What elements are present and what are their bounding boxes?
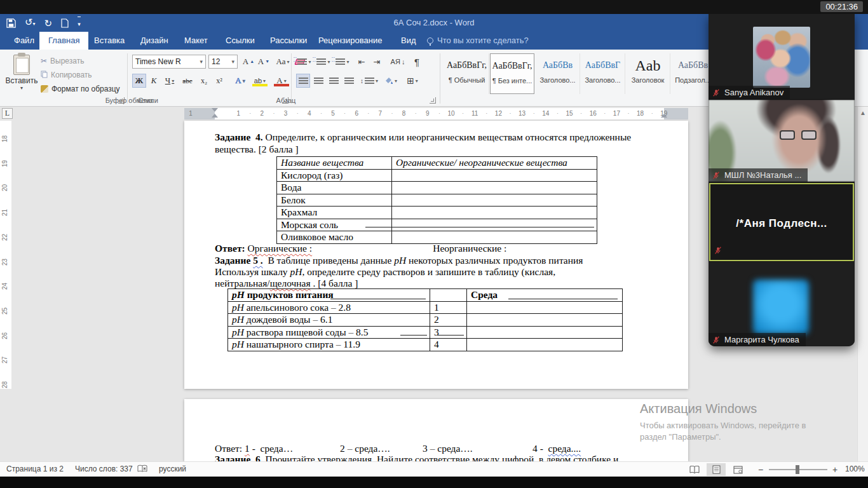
bullets-button[interactable]: ▾	[296, 55, 313, 69]
style-name: ¶ Без инте...	[491, 77, 534, 85]
participant-label: Маргарита Чулкова	[709, 333, 806, 346]
font-name-value: Times New R	[135, 57, 181, 66]
right-indent-marker[interactable]	[661, 114, 667, 118]
tab-references[interactable]: Ссылки	[217, 32, 264, 50]
table1-row: Вода	[277, 182, 391, 194]
word-count[interactable]: Число слов: 337	[75, 464, 133, 473]
numbering-button[interactable]: ▾	[315, 55, 332, 69]
muted-mic-icon	[714, 246, 722, 257]
grow-font-button[interactable]: А▲	[241, 55, 255, 69]
style-sample: Aab	[626, 58, 670, 72]
style-heading2[interactable]: АаБбВвГ Заголово...	[581, 53, 625, 94]
line-spacing-button[interactable]: ↕▾	[360, 74, 379, 88]
participant-tile-3[interactable]: /*Аня Подлесн...	[709, 182, 855, 262]
participant-tile-1[interactable]: Sanya Anikanov	[709, 14, 855, 100]
shrink-font-button[interactable]: А▼	[257, 55, 271, 69]
decrease-indent-button[interactable]: ⇤	[355, 55, 369, 69]
watermark-title: Активация Windows	[640, 402, 806, 416]
table1-row: Крахмал	[277, 207, 391, 219]
align-center-icon	[314, 78, 323, 85]
task4-text-line2: вещества. [2 балла ]	[215, 144, 299, 156]
participant-tile-2[interactable]: МШЛ №3Наталья ...	[709, 100, 855, 182]
underline-button[interactable]: Ч▾	[161, 74, 178, 88]
font-size-combobox[interactable]: 12▾	[208, 55, 238, 69]
tab-layout[interactable]: Макет	[175, 32, 217, 50]
muted-mic-icon	[712, 336, 721, 344]
proofing-icon[interactable]	[137, 464, 147, 475]
tab-home[interactable]: Главная	[39, 32, 88, 50]
print-layout-button[interactable]	[707, 463, 726, 476]
tab-mailings[interactable]: Рассылки	[261, 32, 316, 50]
borders-button[interactable]: ⊞▾	[403, 74, 422, 88]
subscript-button[interactable]: x₂	[197, 74, 211, 88]
web-layout-button[interactable]	[728, 463, 747, 476]
zoom-level[interactable]: 100%	[845, 464, 865, 473]
multilevel-list-icon	[336, 58, 345, 65]
tab-file[interactable]: Файл	[5, 32, 43, 50]
style-normal[interactable]: АаБбВвГг, ¶ Обычный	[445, 53, 489, 94]
zoom-in-button[interactable]: +	[832, 464, 837, 475]
sort-button[interactable]: АЯ↓	[389, 55, 407, 69]
paste-button[interactable]: Вставить ▾	[5, 53, 38, 100]
tell-me-box[interactable]: Что вы хотите сделать?	[427, 32, 529, 50]
cut-button[interactable]: ✂ Вырезать	[41, 55, 84, 67]
strikethrough-button[interactable]: abc	[179, 74, 196, 88]
style-title[interactable]: Aab Заголовок	[626, 53, 670, 94]
tab-selector[interactable]: L	[2, 108, 13, 119]
highlight-color-button[interactable]: ab▾	[250, 74, 269, 88]
ph-table[interactable]: рН продуктов питания Среда рН апельсинов…	[227, 288, 623, 351]
tab-insert[interactable]: Вставка	[85, 32, 133, 50]
increase-indent-button[interactable]: ⇥	[370, 55, 384, 69]
shading-button[interactable]: ▾	[381, 74, 400, 88]
zoom-slider[interactable]	[769, 469, 827, 470]
justify-button[interactable]	[342, 74, 356, 88]
participant-photo	[753, 27, 810, 88]
highlight-label: ab	[254, 77, 262, 85]
style-heading1[interactable]: АаБбВв Заголово...	[536, 53, 580, 94]
bold-label: Ж	[135, 76, 144, 86]
font-name-combobox[interactable]: Times New R▾	[132, 55, 206, 69]
read-mode-button[interactable]	[685, 463, 704, 476]
tab-review[interactable]: Рецензирование	[309, 32, 391, 50]
align-center-button[interactable]	[311, 74, 325, 88]
italic-button[interactable]: К	[147, 74, 160, 88]
page-indicator[interactable]: Страница 1 из 2	[6, 464, 64, 473]
align-right-button[interactable]	[327, 74, 341, 88]
multilevel-list-button[interactable]: ▾	[334, 55, 351, 69]
taskbar[interactable]	[0, 477, 868, 488]
tab-design[interactable]: Дизайн	[132, 32, 177, 50]
answer4-line: Ответ: Органические :Неорганические :	[215, 243, 506, 255]
align-left-button[interactable]	[296, 74, 310, 88]
table1-empty-cell	[391, 194, 597, 207]
zoom-out-button[interactable]: −	[758, 464, 763, 475]
tab-view[interactable]: Вид	[392, 32, 425, 50]
participant-tile-4[interactable]: Маргарита Чулкова	[709, 262, 855, 346]
superscript-button[interactable]: x²	[212, 74, 226, 88]
vertical-scrollbar[interactable]: ▲	[857, 107, 868, 461]
bold-button[interactable]: Ж	[132, 74, 146, 88]
text-effects-button[interactable]: А▾	[231, 74, 249, 88]
paste-label: Вставить	[5, 76, 38, 85]
style-sample: АаБбВвГг,	[491, 59, 534, 73]
sort-arrow-icon: ↓	[402, 58, 405, 65]
pilcrow-icon: ¶	[414, 57, 419, 67]
muted-mic-icon	[712, 171, 721, 180]
change-case-button[interactable]: Aa▾	[273, 55, 292, 69]
participant-name: /*Аня Подлесн...	[709, 217, 855, 230]
task4-text-line1: Задание 4. Определите, к органическим ил…	[215, 132, 631, 144]
italic-label: К	[151, 76, 157, 86]
show-marks-button[interactable]: ¶	[410, 55, 423, 69]
font-color-button[interactable]: А▾	[272, 74, 291, 88]
substances-table[interactable]: Название веществаОрганические/ неорганич…	[276, 156, 597, 244]
first-line-indent-marker[interactable]	[212, 108, 218, 112]
table2-row-label: рН раствора пищевой соды – 8.5	[228, 327, 430, 339]
format-painter-button[interactable]: Формат по образцу	[41, 83, 120, 95]
style-name: Заголово...	[581, 76, 625, 84]
language-indicator[interactable]: русский	[159, 464, 186, 473]
scroll-up-icon[interactable]: ▲	[860, 109, 866, 116]
hanging-indent-marker[interactable]	[212, 114, 218, 118]
style-no-spacing[interactable]: АаБбВвГг, ¶ Без инте...	[490, 53, 534, 94]
style-sample: АаБбВв	[536, 58, 580, 72]
copy-button[interactable]: Копировать	[41, 69, 92, 81]
zoom-slider-thumb[interactable]	[796, 465, 799, 474]
